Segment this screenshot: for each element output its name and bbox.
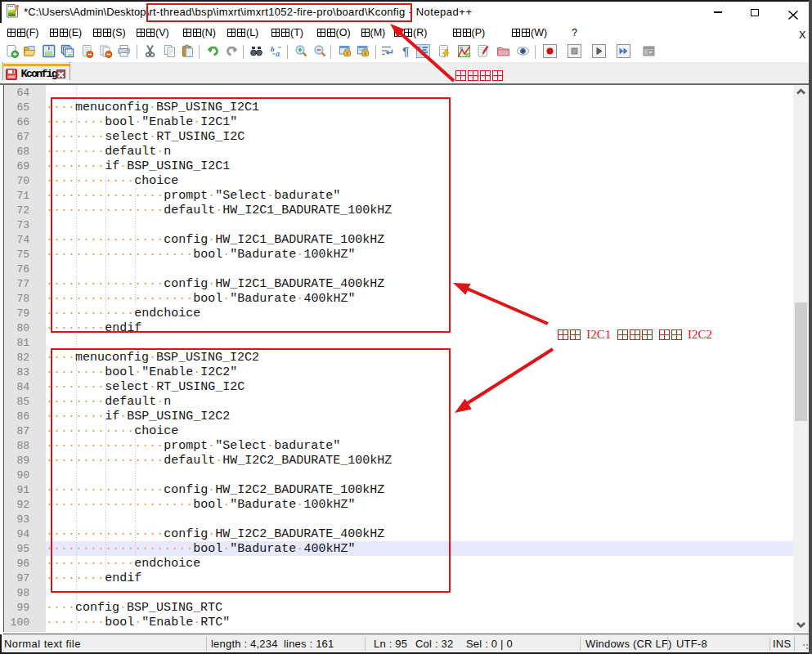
svg-text:¶: ¶ bbox=[402, 44, 409, 58]
svg-text:b: b bbox=[271, 45, 275, 53]
svg-text:a: a bbox=[276, 49, 280, 58]
